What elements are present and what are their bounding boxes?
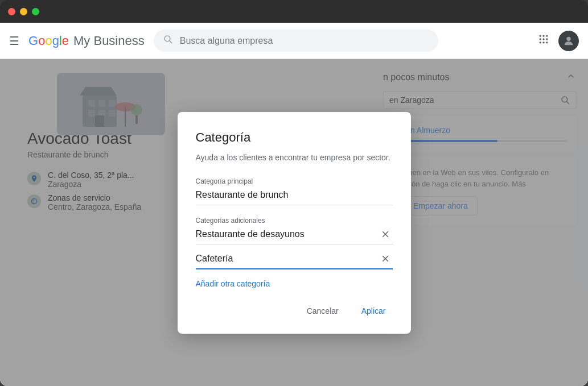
apps-icon[interactable] xyxy=(538,34,549,48)
top-bar-actions xyxy=(538,31,579,51)
logo-rest-text: My Business xyxy=(73,34,145,48)
additional-categories-label: Categorías adicionales xyxy=(196,217,393,225)
avatar[interactable] xyxy=(558,31,579,51)
category1-input[interactable] xyxy=(196,229,378,239)
dialog-description: Ayuda a los clientes a encontrar tu empr… xyxy=(196,152,393,164)
svg-point-2 xyxy=(540,35,541,37)
svg-point-9 xyxy=(542,41,544,43)
category2-row[interactable] xyxy=(196,254,393,269)
dialog-overlay: Categoría Ayuda a los clientes a encontr… xyxy=(0,59,588,386)
svg-point-8 xyxy=(540,41,541,43)
svg-point-5 xyxy=(540,38,541,40)
dialog-title: Categoría xyxy=(196,130,393,145)
svg-point-6 xyxy=(542,38,544,40)
svg-point-7 xyxy=(546,38,548,40)
search-bar[interactable] xyxy=(154,30,438,52)
apply-button[interactable]: Aplicar xyxy=(355,302,393,320)
category2-input[interactable] xyxy=(196,254,378,264)
category1-clear-button[interactable] xyxy=(378,229,393,239)
svg-point-4 xyxy=(546,35,548,37)
category-dialog: Categoría Ayuda a los clientes a encontr… xyxy=(178,112,411,334)
title-bar xyxy=(0,0,588,23)
top-bar: ☰ Google My Business xyxy=(0,23,588,59)
logo-google-text: Google xyxy=(28,34,69,48)
main-category-label: Categoría principal xyxy=(196,177,393,185)
google-my-business-logo: Google My Business xyxy=(28,34,145,48)
menu-icon[interactable]: ☰ xyxy=(9,34,19,48)
traffic-lights xyxy=(8,8,39,15)
search-input[interactable] xyxy=(180,36,429,46)
search-icon xyxy=(163,34,173,47)
dialog-actions: Cancelar Aplicar xyxy=(196,302,393,320)
add-category-link[interactable]: Añadir otra categoría xyxy=(196,279,270,288)
category1-row[interactable] xyxy=(196,229,393,244)
main-category-value: Restaurante de brunch xyxy=(196,190,393,205)
minimize-button[interactable] xyxy=(20,8,27,15)
fullscreen-button[interactable] xyxy=(32,8,39,15)
svg-point-3 xyxy=(542,35,544,37)
main-content: Avocado Toast Restaurante de brunch C. d… xyxy=(0,59,588,386)
cancel-button[interactable]: Cancelar xyxy=(300,302,346,320)
browser-content: ☰ Google My Business xyxy=(0,23,588,386)
category2-clear-button[interactable] xyxy=(378,254,393,264)
svg-point-11 xyxy=(566,36,570,40)
close-button[interactable] xyxy=(8,8,15,15)
browser-window: ☰ Google My Business xyxy=(0,0,588,386)
svg-line-1 xyxy=(169,41,171,43)
svg-point-10 xyxy=(546,41,548,43)
